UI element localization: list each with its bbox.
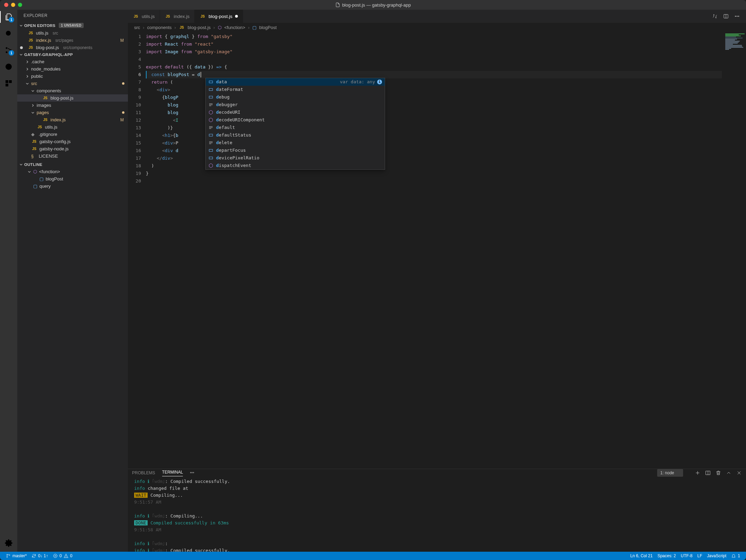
svg-point-0	[6, 31, 11, 36]
suggest-item[interactable]: defaultStatus	[206, 131, 385, 139]
terminal-output[interactable]: info ℹ ｢wdm｣: Compiled successfully. inf…	[128, 477, 746, 556]
panel-tab-terminal[interactable]: TERMINAL	[162, 470, 183, 476]
folder-item[interactable]: pages	[17, 109, 128, 116]
folder-item[interactable]: public	[17, 73, 128, 80]
open-editor-item[interactable]: JSindex.jssrc/pagesM	[17, 37, 128, 44]
open-editors-label: OPEN EDITORS	[24, 24, 55, 28]
split-terminal-icon[interactable]	[705, 470, 711, 476]
autocomplete-popup[interactable]: datavar data: anyidateFormatdebugdebugge…	[205, 78, 385, 170]
new-terminal-icon[interactable]	[695, 470, 700, 476]
svg-point-5	[6, 64, 12, 70]
outline-item[interactable]: ▢blogPost	[17, 175, 128, 183]
outline-list: ⬡<function>▢blogPost▢query	[17, 168, 128, 190]
outline-item[interactable]: ▢query	[17, 183, 128, 190]
editor-tab[interactable]: JSutils.js	[128, 10, 160, 23]
status-spaces[interactable]: Spaces: 2	[655, 553, 678, 558]
close-panel-icon[interactable]	[736, 470, 742, 476]
open-editor-item[interactable]: JSutils.jssrc	[17, 29, 128, 37]
folder-item[interactable]: .cache	[17, 58, 128, 65]
status-sync[interactable]: 0↓ 1↑	[29, 553, 50, 558]
status-problems[interactable]: 0 0	[50, 553, 75, 558]
status-branch[interactable]: master*	[3, 553, 29, 558]
maximize-panel-icon[interactable]	[726, 470, 731, 476]
file-item[interactable]: JSindex.jsM	[17, 116, 128, 123]
compare-changes-icon[interactable]	[712, 13, 718, 19]
suggest-item[interactable]: dateFormat	[206, 86, 385, 93]
outline-header[interactable]: OUTLINE	[17, 161, 128, 168]
breadcrumb-seg[interactable]: blog-post.js	[188, 25, 211, 30]
split-editor-icon[interactable]	[723, 13, 729, 19]
status-cursor[interactable]: Ln 6, Col 21	[628, 553, 655, 558]
chevron-down-icon	[19, 163, 23, 166]
suggest-item[interactable]: datavar data: anyi	[206, 78, 385, 86]
suggest-item[interactable]: devicePixelRatio	[206, 154, 385, 162]
svg-line-1	[10, 35, 12, 37]
minimap[interactable]	[722, 32, 746, 469]
status-notifications[interactable]: 1	[729, 553, 743, 558]
activity-extensions[interactable]	[4, 79, 13, 88]
extensions-icon	[4, 79, 13, 87]
terminal-select[interactable]: 1: node	[657, 469, 683, 477]
panel-tab-problems[interactable]: PROBLEMS	[132, 470, 155, 475]
code-area[interactable]: import { graphql } from "gatsby"import R…	[146, 32, 722, 469]
breadcrumb-seg[interactable]: <function>	[224, 25, 245, 30]
maximize-window-button[interactable]	[18, 3, 22, 7]
editor-pane: JSutils.jsJSindex.jsJSblog-post.js src ›…	[128, 10, 746, 552]
outline-item[interactable]: ⬡<function>	[17, 168, 128, 175]
project-header[interactable]: GATSBY-GRAPHQL-APP	[17, 51, 128, 58]
file-item[interactable]: JSgatsby-node.js	[17, 145, 128, 152]
minimize-window-button[interactable]	[11, 3, 15, 7]
editor-tab[interactable]: JSindex.js	[160, 10, 195, 23]
svg-point-3	[6, 52, 8, 53]
breadcrumb[interactable]: src › components › JS blog-post.js › ⬡ <…	[128, 23, 746, 32]
breadcrumb-seg[interactable]: components	[147, 25, 172, 30]
editor-body[interactable]: 1234567891011121314151617181920 import {…	[128, 32, 746, 469]
folder-item[interactable]: components	[17, 87, 128, 94]
status-encoding[interactable]: UTF-8	[678, 553, 695, 558]
file-item[interactable]: ◆.gitignore	[17, 131, 128, 138]
suggest-item[interactable]: decodeURIComponent	[206, 116, 385, 124]
activity-scm[interactable]: 1	[4, 46, 13, 55]
bell-icon	[731, 553, 736, 558]
activity-explorer[interactable]: 1	[4, 12, 13, 21]
suggest-item[interactable]: delete	[206, 139, 385, 147]
suggest-item[interactable]: default	[206, 124, 385, 131]
editor-tab[interactable]: JSblog-post.js	[195, 10, 243, 23]
svg-rect-30	[209, 157, 213, 159]
file-item[interactable]: §LICENSE	[17, 152, 128, 160]
file-item[interactable]: JSblog-post.js	[17, 94, 128, 102]
file-item[interactable]: JSutils.js	[17, 123, 128, 131]
bottom-panel: PROBLEMS TERMINAL ••• 1: node info ℹ ｢wd…	[128, 469, 746, 552]
panel-tab-more[interactable]: •••	[190, 470, 194, 475]
line-gutter: 1234567891011121314151617181920	[128, 32, 146, 469]
breadcrumb-seg[interactable]: blogPost	[259, 25, 277, 30]
window-title: blog-post.js — gatsby-graphql-app	[0, 2, 746, 8]
suggest-item[interactable]: departFocus	[206, 147, 385, 154]
terminal-selector[interactable]: 1: node	[657, 469, 683, 477]
status-language[interactable]: JavaScript	[705, 553, 729, 558]
activity-search[interactable]	[4, 29, 13, 38]
open-editor-item[interactable]: JSblog-post.jssrc/components	[17, 44, 128, 51]
svg-point-44	[66, 557, 66, 557]
suggest-item[interactable]: debug	[206, 93, 385, 101]
breadcrumb-seg[interactable]: src	[134, 25, 140, 30]
activity-debug[interactable]	[4, 62, 13, 71]
minimap-content	[725, 34, 745, 58]
folder-item[interactable]: images	[17, 102, 128, 109]
suggest-item[interactable]: dispatchEvent	[206, 162, 385, 169]
file-item[interactable]: JSgatsby-config.js	[17, 138, 128, 145]
open-editors-header[interactable]: OPEN EDITORS 1 UNSAVED	[17, 21, 128, 29]
panel-actions	[695, 470, 742, 476]
folder-item[interactable]: src	[17, 80, 128, 87]
traffic-lights	[4, 3, 22, 7]
activity-settings[interactable]	[4, 539, 13, 548]
status-eol[interactable]: LF	[695, 553, 705, 558]
suggest-item[interactable]: debugger	[206, 101, 385, 109]
kill-terminal-icon[interactable]	[716, 470, 721, 476]
suggest-item[interactable]: decodeURI	[206, 109, 385, 116]
close-window-button[interactable]	[4, 3, 8, 7]
branch-icon	[6, 553, 11, 558]
more-actions-icon[interactable]	[734, 13, 740, 19]
folder-item[interactable]: node_modules	[17, 65, 128, 73]
search-icon	[4, 29, 13, 38]
